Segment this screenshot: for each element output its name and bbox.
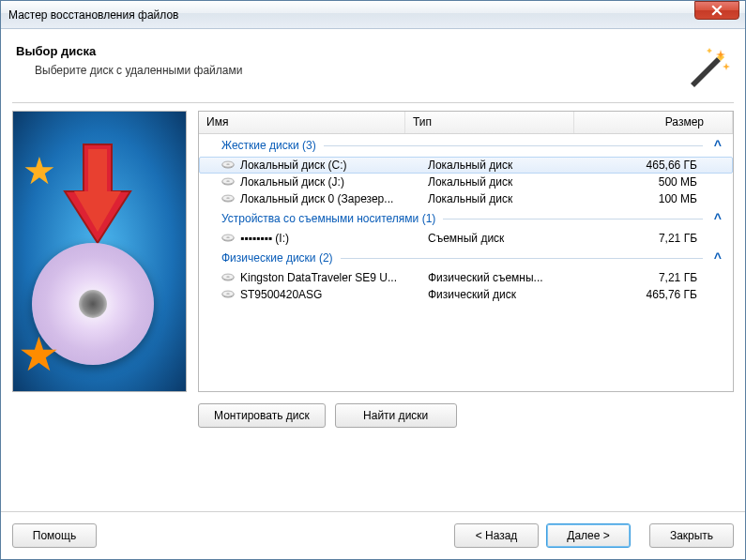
- disk-icon: [221, 192, 236, 205]
- star-icon: ★: [23, 149, 56, 192]
- group-label: Физические диски (2): [221, 251, 333, 265]
- svg-point-11: [226, 236, 230, 238]
- disk-type: Физический съемны...: [428, 271, 597, 284]
- disk-size: 465,66 ГБ: [597, 159, 725, 172]
- disk-size: 7,21 ГБ: [597, 271, 725, 284]
- titlebar: Мастер восстановления файлов: [1, 1, 745, 29]
- disk-icon: [221, 175, 236, 189]
- disk-type: Съемный диск: [428, 232, 597, 245]
- svg-point-5: [226, 180, 230, 182]
- footer: Помощь < Назад Далее > Закрыть: [1, 511, 745, 559]
- svg-point-14: [226, 276, 230, 278]
- group-header[interactable]: Устройства со съемными носителями (1)^: [199, 207, 733, 230]
- disk-name: Локальный диск (J:): [240, 175, 428, 189]
- group-line: [341, 258, 703, 259]
- star-icon: ★: [18, 327, 60, 382]
- wizard-illustration: ★ ★: [12, 111, 187, 392]
- close-button[interactable]: [694, 1, 739, 20]
- wizard-wand-icon: [685, 44, 730, 89]
- disk-icon: [221, 271, 236, 284]
- wizard-header: Выбор диска Выберите диск с удаленными ф…: [12, 38, 734, 102]
- disk-size: 465,76 ГБ: [597, 288, 725, 301]
- disk-name: ST9500420ASG: [240, 288, 428, 301]
- disk-row[interactable]: Kingston DataTraveler SE9 U...Физический…: [199, 269, 733, 286]
- disk-name: Локальный диск 0 (Зарезер...: [240, 192, 428, 205]
- group-label: Жесткие диски (3): [221, 139, 316, 152]
- window: Мастер восстановления файлов Выбор диска…: [0, 0, 746, 560]
- svg-point-2: [226, 163, 230, 165]
- disk-icon: [221, 159, 236, 172]
- disk-type: Локальный диск: [428, 175, 597, 189]
- disk-row[interactable]: Локальный диск (J:)Локальный диск500 МБ: [199, 174, 733, 190]
- disk-row[interactable]: Локальный диск (C:)Локальный диск465,66 …: [199, 157, 733, 174]
- disk-size: 100 МБ: [597, 192, 725, 205]
- chevron-up-icon[interactable]: ^: [710, 211, 725, 226]
- disk-name: Kingston DataTraveler SE9 U...: [240, 271, 428, 284]
- disk-name: Локальный диск (C:): [240, 159, 428, 172]
- divider: [12, 102, 734, 103]
- chevron-up-icon[interactable]: ^: [710, 138, 725, 153]
- group-header[interactable]: Физические диски (2)^: [199, 247, 733, 269]
- group-header[interactable]: Жесткие диски (3)^: [199, 134, 733, 157]
- table-header: Имя Тип Размер: [199, 112, 733, 134]
- main-section: ★ ★ Имя Тип Размер Жесткие диски (3)^Лок…: [12, 111, 734, 502]
- disk-row[interactable]: Локальный диск 0 (Зарезер...Локальный ди…: [199, 190, 733, 207]
- disk-list-panel: Имя Тип Размер Жесткие диски (3)^Локальн…: [198, 111, 734, 502]
- window-title: Мастер восстановления файлов: [8, 8, 694, 22]
- disk-icon: [221, 232, 236, 245]
- disk-type: Локальный диск: [428, 192, 597, 205]
- group-label: Устройства со съемными носителями (1): [221, 212, 435, 225]
- chevron-up-icon[interactable]: ^: [710, 250, 725, 265]
- page-subtitle: Выберите диск с удаленными файлами: [16, 64, 685, 77]
- action-buttons: Монтировать диск Найти диски: [198, 403, 734, 428]
- column-type[interactable]: Тип: [405, 112, 574, 133]
- svg-point-8: [226, 197, 230, 199]
- group-line: [324, 145, 703, 146]
- disk-row[interactable]: ST9500420ASGФизический диск465,76 ГБ: [199, 286, 733, 303]
- table-body: Жесткие диски (3)^Локальный диск (C:)Лок…: [199, 134, 733, 391]
- page-title: Выбор диска: [16, 44, 685, 58]
- help-button[interactable]: Помощь: [12, 523, 97, 548]
- disk-size: 7,21 ГБ: [597, 232, 725, 245]
- column-size[interactable]: Размер: [574, 112, 733, 133]
- disk-type: Физический диск: [428, 288, 597, 301]
- close-button[interactable]: Закрыть: [649, 523, 734, 548]
- disk-name: ▪▪▪▪▪▪▪▪ (I:): [240, 232, 428, 245]
- disk-row[interactable]: ▪▪▪▪▪▪▪▪ (I:)Съемный диск7,21 ГБ: [199, 230, 733, 247]
- disk-icon: [221, 288, 236, 301]
- arrow-down-icon: [60, 140, 135, 252]
- svg-point-17: [226, 293, 230, 295]
- disk-type: Локальный диск: [428, 159, 597, 172]
- group-line: [443, 219, 703, 219]
- disk-table: Имя Тип Размер Жесткие диски (3)^Локальн…: [198, 111, 734, 392]
- back-button[interactable]: < Назад: [454, 523, 539, 548]
- find-disks-button[interactable]: Найти диски: [335, 403, 457, 428]
- disk-size: 500 МБ: [597, 175, 725, 189]
- mount-disk-button[interactable]: Монтировать диск: [198, 403, 326, 428]
- content-area: Выбор диска Выберите диск с удаленными ф…: [1, 29, 745, 511]
- column-name[interactable]: Имя: [199, 112, 405, 133]
- next-button[interactable]: Далее >: [546, 523, 631, 548]
- close-icon: [711, 5, 723, 16]
